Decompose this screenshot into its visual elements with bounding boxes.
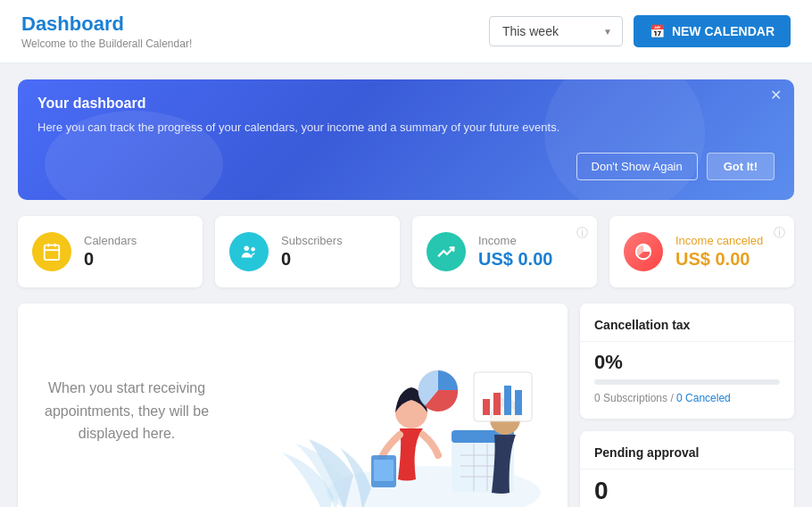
- subscribers-icon: [229, 232, 269, 271]
- calendars-icon: [32, 232, 71, 271]
- income-canceled-info-icon[interactable]: ⓘ: [774, 225, 785, 241]
- subscribers-info: Subscribers 0: [281, 234, 343, 270]
- income-info: Income US$ 0.00: [478, 234, 552, 270]
- income-canceled-label: Income canceled: [675, 234, 763, 247]
- main-content: ✕ Your dashboard Here you can track the …: [0, 63, 812, 507]
- stat-card-subscribers: Subscribers 0: [215, 216, 400, 287]
- header-left: Dashboard Welcome to the Builderall Cale…: [21, 12, 192, 50]
- income-info-icon[interactable]: ⓘ: [576, 225, 588, 241]
- empty-appointments-text: When you start receiving appointments, t…: [18, 350, 236, 472]
- banner-title: Your dashboard: [37, 96, 775, 112]
- calendars-info: Calendars 0: [84, 234, 137, 270]
- illustration: [255, 323, 559, 508]
- bottom-section: When you start receiving appointments, t…: [18, 303, 794, 508]
- svg-rect-10: [374, 460, 394, 481]
- stat-card-income-canceled: ⓘ Income canceled US$ 0.00: [609, 216, 794, 287]
- income-value: US$ 0.00: [478, 249, 552, 270]
- svg-point-5: [251, 246, 255, 251]
- subscriptions-count: 0 Subscriptions /: [594, 392, 676, 404]
- income-canceled-icon: [624, 232, 663, 271]
- week-select[interactable]: This week Last week This month Last mont…: [489, 16, 623, 46]
- svg-rect-0: [45, 245, 60, 260]
- income-icon: [427, 232, 466, 271]
- svg-rect-21: [483, 399, 490, 415]
- dont-show-again-button[interactable]: Don't Show Again: [576, 153, 698, 180]
- pending-approval-card: Pending approval 0: [580, 431, 794, 508]
- banner-actions: Don't Show Again Got It!: [37, 153, 775, 180]
- right-panel: Cancellation tax 0% 0 Subscriptions / 0 …: [580, 303, 794, 508]
- svg-point-4: [244, 245, 250, 251]
- stat-card-income: ⓘ Income US$ 0.00: [412, 216, 597, 287]
- got-it-button[interactable]: Got It!: [707, 153, 775, 180]
- svg-rect-23: [504, 386, 511, 415]
- info-banner: ✕ Your dashboard Here you can track the …: [18, 79, 794, 200]
- banner-close-button[interactable]: ✕: [770, 88, 782, 103]
- new-calendar-button[interactable]: 📅 NEW CALENDAR: [634, 15, 791, 47]
- subscribers-label: Subscribers: [281, 234, 343, 247]
- subscribers-value: 0: [281, 249, 343, 270]
- tax-percentage: 0%: [594, 351, 780, 374]
- calendar-icon: 📅: [650, 24, 665, 38]
- new-calendar-label: NEW CALENDAR: [672, 24, 775, 38]
- pending-approval-title: Pending approval: [594, 445, 780, 460]
- header: Dashboard Welcome to the Builderall Cale…: [0, 0, 812, 63]
- svg-rect-20: [474, 372, 532, 421]
- divider-2: [580, 469, 794, 470]
- main-card: When you start receiving appointments, t…: [18, 303, 568, 508]
- income-label: Income: [478, 234, 552, 247]
- pending-value: 0: [594, 477, 780, 505]
- cancellation-tax-card: Cancellation tax 0% 0 Subscriptions / 0 …: [580, 303, 794, 419]
- calendars-value: 0: [84, 249, 137, 270]
- week-select-wrapper[interactable]: This week Last week This month Last mont…: [489, 16, 623, 46]
- calendars-label: Calendars: [84, 234, 137, 247]
- stat-card-calendars: Calendars 0: [18, 216, 203, 287]
- progress-bar-background: [594, 379, 780, 385]
- page-subtitle: Welcome to the Builderall Calendar!: [21, 37, 192, 50]
- divider-1: [580, 341, 794, 342]
- svg-rect-22: [493, 393, 501, 415]
- banner-description: Here you can track the progress of your …: [37, 119, 573, 137]
- empty-text-line: When you start receiving appointments, t…: [45, 380, 209, 441]
- subscriptions-text: 0 Subscriptions / 0 Canceled: [594, 392, 780, 404]
- page-title: Dashboard: [21, 12, 192, 36]
- svg-rect-24: [515, 390, 522, 415]
- cancellation-tax-title: Cancellation tax: [594, 318, 780, 332]
- header-right: This week Last week This month Last mont…: [489, 15, 791, 47]
- stats-row: Calendars 0 Subscribers 0 ⓘ: [18, 216, 794, 287]
- income-canceled-info: Income canceled US$ 0.00: [675, 234, 763, 270]
- income-canceled-value: US$ 0.00: [675, 249, 763, 270]
- canceled-link[interactable]: 0 Canceled: [676, 392, 731, 404]
